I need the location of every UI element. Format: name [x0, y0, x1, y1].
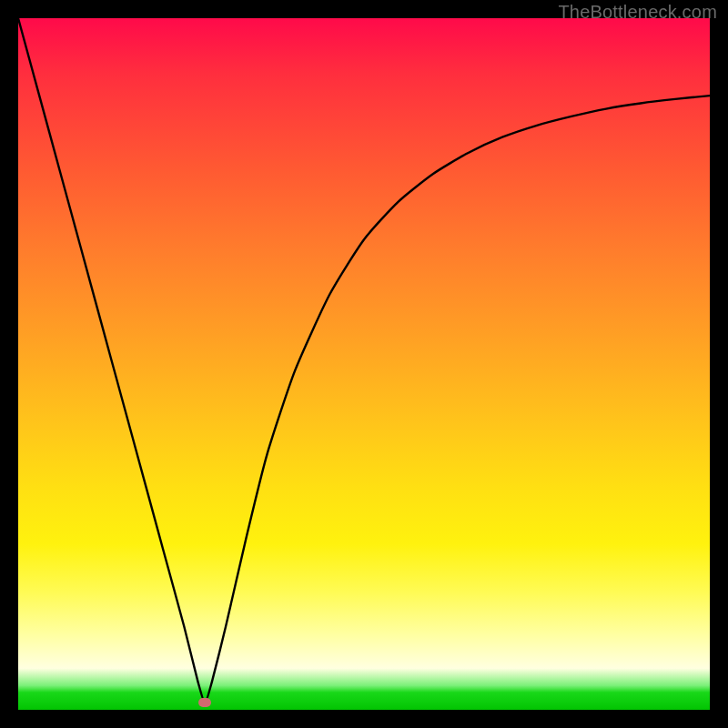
watermark-text: TheBottleneck.com: [558, 2, 717, 23]
plot-area: [18, 18, 710, 710]
chart-frame: TheBottleneck.com: [0, 0, 728, 728]
minimum-marker: [198, 698, 211, 707]
bottleneck-curve: [18, 18, 710, 710]
